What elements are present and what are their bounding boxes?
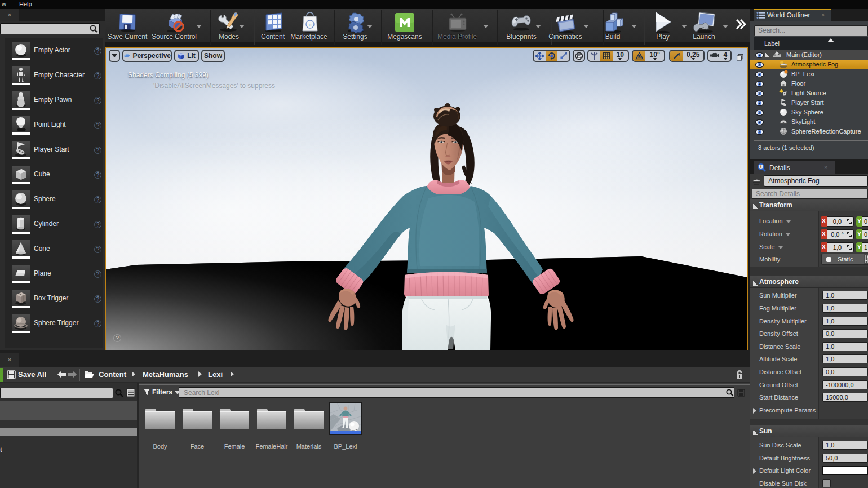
svg-text:u: u: [309, 21, 312, 28]
